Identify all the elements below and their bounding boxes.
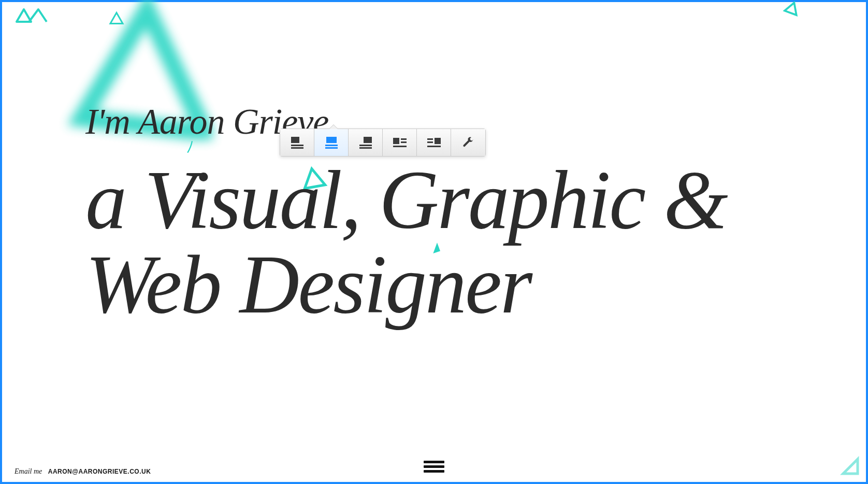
align-left-icon bbox=[290, 136, 305, 149]
decorative-triangle-icon bbox=[109, 10, 124, 26]
svg-rect-7 bbox=[359, 145, 372, 146]
svg-rect-0 bbox=[291, 137, 299, 143]
svg-rect-14 bbox=[427, 138, 433, 140]
svg-rect-4 bbox=[325, 145, 338, 146]
align-left-button[interactable] bbox=[280, 129, 314, 156]
svg-rect-8 bbox=[359, 147, 372, 149]
svg-rect-3 bbox=[326, 137, 337, 143]
svg-rect-12 bbox=[393, 146, 407, 147]
menu-button[interactable] bbox=[418, 455, 450, 478]
hamburger-icon bbox=[424, 461, 444, 463]
site-logo[interactable] bbox=[15, 6, 48, 26]
align-center-icon bbox=[324, 136, 339, 149]
hamburger-icon bbox=[424, 465, 444, 468]
align-right-button[interactable] bbox=[349, 129, 383, 156]
hamburger-icon bbox=[424, 470, 444, 473]
svg-rect-5 bbox=[325, 147, 338, 149]
decorative-triangle-icon bbox=[782, 0, 804, 22]
hero-title: a Visual, Graphic & Web Designer bbox=[85, 158, 847, 327]
float-right-icon bbox=[426, 137, 442, 148]
svg-rect-1 bbox=[291, 145, 303, 146]
wrench-icon bbox=[462, 136, 474, 149]
svg-rect-6 bbox=[364, 137, 372, 143]
footer-email-label: Email me bbox=[15, 467, 42, 475]
svg-rect-10 bbox=[401, 138, 407, 140]
settings-button[interactable] bbox=[451, 129, 485, 156]
svg-rect-16 bbox=[427, 146, 441, 147]
align-center-button[interactable] bbox=[314, 129, 349, 156]
float-left-button[interactable] bbox=[383, 129, 417, 156]
footer-email[interactable]: Email me AARON@AARONGRIEVE.CO.UK bbox=[15, 467, 151, 476]
decorative-triangle-icon bbox=[840, 456, 861, 477]
align-right-icon bbox=[358, 136, 373, 149]
footer-email-address: AARON@AARONGRIEVE.CO.UK bbox=[48, 468, 151, 475]
svg-rect-11 bbox=[401, 141, 407, 143]
svg-rect-2 bbox=[291, 147, 303, 149]
image-align-toolbar bbox=[280, 129, 486, 156]
svg-rect-15 bbox=[427, 141, 433, 143]
svg-rect-13 bbox=[435, 138, 441, 144]
float-left-icon bbox=[392, 137, 408, 148]
svg-rect-9 bbox=[393, 138, 399, 144]
float-right-button[interactable] bbox=[417, 129, 451, 156]
